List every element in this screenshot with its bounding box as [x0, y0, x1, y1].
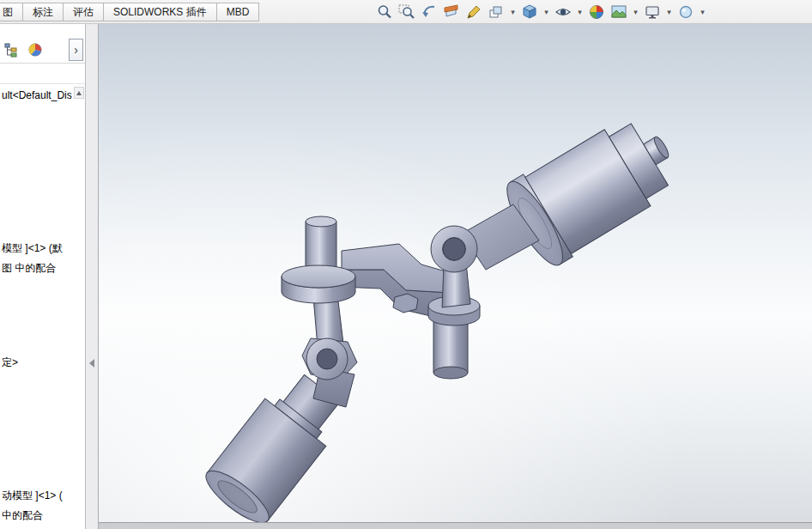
dropdown-caret[interactable]: ▾	[576, 8, 584, 16]
model-flange-disc[interactable]	[282, 265, 355, 303]
tree-item-mates-2[interactable]: 中的配合	[2, 508, 43, 523]
dropdown-caret[interactable]: ▾	[632, 8, 639, 16]
command-tab-layout[interactable]: 图	[0, 3, 23, 21]
zoom-to-area-icon[interactable]	[397, 3, 416, 21]
tree-item-component-1[interactable]: 模型 ]<1> (默	[2, 241, 63, 256]
bottom-scroll-strip	[99, 522, 812, 529]
command-tab-annotation[interactable]: 标注	[22, 3, 64, 21]
command-tab-evaluate[interactable]: 评估	[63, 3, 104, 21]
panel-filter-row	[0, 63, 85, 84]
section-view-icon[interactable]	[442, 3, 461, 21]
command-tab-mbd[interactable]: MBD	[216, 3, 260, 21]
feature-manager-panel: › ult<Default_Dis 模型 ]<1> (默 图 中的配合 定> 动…	[0, 24, 86, 529]
panel-collapse-button[interactable]: ›	[69, 39, 83, 61]
triangle-up-icon	[76, 91, 82, 95]
heads-up-view-toolbar: ▾ ▾ ▾ ▾ ▾ ▾	[375, 3, 706, 21]
zoom-to-fit-icon[interactable]	[375, 3, 394, 21]
feature-manager-icon[interactable]	[2, 40, 21, 59]
panel-tabbar: ›	[0, 39, 85, 63]
apply-scene-icon[interactable]	[609, 3, 628, 21]
solidworks-window: 图 标注 评估 SOLIDWORKS 插件 MBD	[0, 0, 812, 529]
annotation-view-icon[interactable]	[464, 3, 483, 21]
view-settings-icon[interactable]	[643, 3, 662, 21]
panel-splitter-handle-icon[interactable]	[89, 359, 94, 368]
display-manager-icon[interactable]	[26, 40, 45, 59]
display-style-icon[interactable]	[520, 3, 539, 21]
view-orientation-icon[interactable]	[487, 3, 506, 21]
tree-item-mates-1[interactable]: 图 中的配合	[2, 261, 56, 276]
viewport-3d[interactable]	[99, 24, 812, 529]
dropdown-caret[interactable]: ▾	[699, 8, 706, 16]
assembly-model[interactable]	[99, 24, 812, 529]
tree-item-assembly-root[interactable]: ult<Default_Dis	[2, 89, 72, 101]
command-tab-addins[interactable]: SOLIDWORKS 插件	[103, 3, 217, 21]
model-upper-ring[interactable]	[431, 226, 477, 272]
tree-scroll-up-button[interactable]	[74, 87, 84, 99]
command-tabstrip: 图 标注 评估 SOLIDWORKS 插件 MBD	[0, 3, 259, 21]
view-options-icon[interactable]	[676, 3, 695, 21]
panel-splitter[interactable]	[86, 24, 99, 529]
dropdown-caret[interactable]: ▾	[665, 8, 673, 16]
tree-item-component-2[interactable]: 动模型 ]<1> (	[2, 489, 63, 503]
model-lower-ring[interactable]	[306, 338, 348, 380]
dropdown-caret[interactable]: ▾	[509, 8, 517, 16]
edit-appearance-icon[interactable]	[587, 3, 606, 21]
feature-tree: ult<Default_Dis 模型 ]<1> (默 图 中的配合 定> 动模型…	[0, 84, 85, 529]
model-bracket-hex-boss	[393, 294, 418, 313]
command-manager-bar: 图 标注 评估 SOLIDWORKS 插件 MBD	[0, 0, 812, 24]
hide-show-items-icon[interactable]	[554, 3, 573, 21]
tree-item-fixed[interactable]: 定>	[2, 356, 18, 370]
previous-view-icon[interactable]	[420, 3, 439, 21]
dropdown-caret[interactable]: ▾	[542, 8, 550, 16]
